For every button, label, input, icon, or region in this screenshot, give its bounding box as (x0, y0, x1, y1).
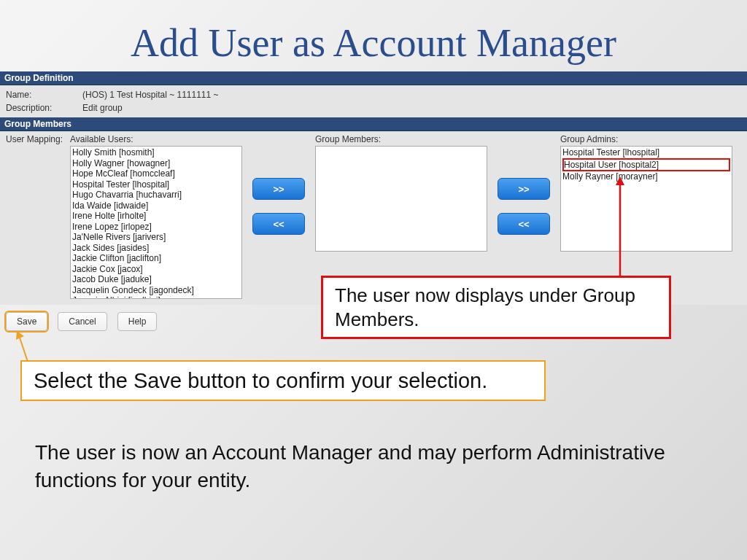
available-user-item[interactable]: Jacquelin Gondeck [jagondeck] (72, 285, 240, 296)
group-admin-item[interactable]: Molly Rayner [morayner] (562, 171, 730, 182)
group-definition-body: Name: (HOS) 1 Test Hospital ~ 1111111 ~ … (0, 85, 747, 117)
available-user-item[interactable]: Holly Wagner [howagner] (72, 158, 240, 169)
group-admin-item[interactable]: Hospital User [hospital2] (562, 158, 730, 172)
available-user-item[interactable]: Holly Smith [hosmith] (72, 147, 240, 158)
user-mapping-label: User Mapping: (6, 134, 70, 144)
description-value: Edit group (82, 103, 123, 113)
group-definition-header: Group Definition (0, 71, 747, 85)
available-user-item[interactable]: Ja'Nelle Rivers [jarivers] (72, 232, 240, 243)
available-user-item[interactable]: Hospital Tester [lhospital] (72, 179, 240, 190)
available-users-label: Available Users: (70, 134, 242, 144)
available-user-item[interactable]: Jacquie Albini [jaalbini] (72, 295, 240, 299)
callout-save: Select the Save button to confirm your s… (20, 360, 546, 401)
group-members-header: Group Members (0, 117, 747, 131)
available-user-item[interactable]: Hugo Chavarria [huchavarri] (72, 190, 240, 201)
remove-from-members-button[interactable]: << (252, 213, 305, 235)
group-admin-item[interactable]: Hospital Tester [lhospital] (562, 147, 730, 158)
available-user-item[interactable]: Jacob Duke [jaduke] (72, 274, 240, 285)
remove-from-admins-button[interactable]: << (498, 213, 550, 235)
available-user-item[interactable]: Jackie Cox [jacox] (72, 264, 240, 275)
group-admins-label: Group Admins: (560, 134, 732, 144)
name-label: Name: (6, 90, 82, 100)
add-to-admins-button[interactable]: >> (498, 178, 550, 200)
name-value: (HOS) 1 Test Hospital ~ 1111111 ~ (82, 90, 219, 100)
body-explanation: The user is now an Account Manager and m… (35, 439, 706, 494)
add-to-members-button[interactable]: >> (252, 178, 305, 200)
group-admins-listbox[interactable]: Hospital Tester [lhospital]Hospital User… (560, 146, 732, 252)
description-label: Description: (6, 103, 82, 113)
available-user-item[interactable]: Hope McCleaf [homccleaf] (72, 168, 240, 179)
page-title: Add User as Account Manager (0, 0, 747, 71)
available-user-item[interactable]: Irene Holte [irholte] (72, 211, 240, 222)
svg-line-2 (19, 335, 28, 362)
callout-group-members: The user now displays under Group Member… (321, 276, 671, 339)
save-button[interactable]: Save (6, 312, 47, 331)
available-users-listbox[interactable]: Holly Smith [hosmith]Holly Wagner [howag… (70, 146, 242, 299)
group-members-label: Group Members: (315, 134, 487, 144)
group-editor-panel: Group Definition Name: (HOS) 1 Test Hosp… (0, 71, 747, 305)
available-user-item[interactable]: Jack Sides [jasides] (72, 243, 240, 254)
cancel-button[interactable]: Cancel (58, 312, 107, 331)
group-members-listbox[interactable] (315, 146, 487, 252)
available-user-item[interactable]: Jackie Clifton [jaclifton] (72, 253, 240, 264)
available-user-item[interactable]: Ida Waide [idwaide] (72, 201, 240, 211)
help-button[interactable]: Help (117, 312, 158, 331)
available-user-item[interactable]: Irene Lopez [irlopez] (72, 222, 240, 233)
